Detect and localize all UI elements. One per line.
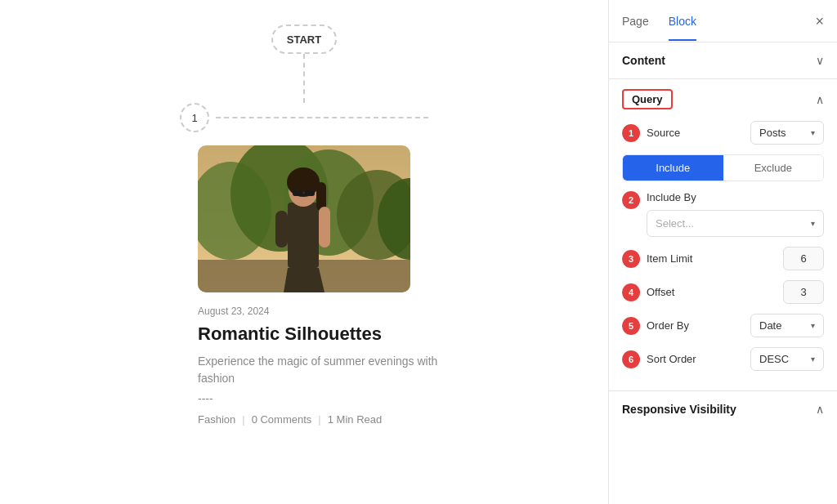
close-button[interactable]: × xyxy=(815,13,824,42)
svg-rect-7 xyxy=(288,203,319,268)
responsive-title: Responsive Visibility xyxy=(622,403,736,416)
offset-value[interactable]: 3 xyxy=(783,280,824,304)
order-by-select[interactable]: Date ▾ xyxy=(750,314,824,337)
left-panel: START 1 xyxy=(0,0,608,504)
content-title: Content xyxy=(622,54,665,67)
blog-card: August 23, 2024 Romantic Silhouettes Exp… xyxy=(198,145,459,426)
panel-body: Content ∨ Query ∧ 1 Source Posts ▾ xyxy=(609,42,837,504)
content-chevron: ∨ xyxy=(816,54,824,67)
tab-page[interactable]: Page xyxy=(622,15,649,41)
order-by-label: Order By xyxy=(647,319,744,332)
include-by-section: 2 Include By Select... ▾ xyxy=(622,191,824,237)
offset-label: Offset xyxy=(647,286,777,298)
card-title: Romantic Silhouettes xyxy=(198,323,459,345)
card-divider: ---- xyxy=(198,392,459,405)
sort-order-row: 6 Sort Order DESC ▾ xyxy=(622,347,824,371)
offset-row: 4 Offset 3 xyxy=(622,280,824,304)
horizontal-connector xyxy=(216,117,428,118)
sort-order-select[interactable]: DESC ▾ xyxy=(750,347,824,371)
query-chevron: ∧ xyxy=(816,93,824,106)
card-image xyxy=(198,145,410,292)
step-badge-6: 6 xyxy=(622,350,640,368)
include-by-row: 2 Include By Select... ▾ xyxy=(622,191,824,237)
panel-header: Page Block × xyxy=(609,0,837,42)
include-by-select[interactable]: Select... ▾ xyxy=(647,210,824,237)
svg-marker-16 xyxy=(284,268,325,292)
step-badge-4: 4 xyxy=(622,283,640,301)
include-by-caret: ▾ xyxy=(811,219,815,228)
step-1-node: 1 xyxy=(180,103,209,132)
card-separator-1: | xyxy=(242,413,244,426)
sort-order-caret: ▾ xyxy=(811,355,815,364)
flow-container: START 1 xyxy=(0,0,608,426)
card-excerpt: Experience the magic of summer evenings … xyxy=(198,353,459,387)
source-label: Source xyxy=(647,127,744,139)
source-caret: ▾ xyxy=(811,128,815,137)
order-by-row: 5 Order By Date ▾ xyxy=(622,314,824,337)
svg-rect-14 xyxy=(275,211,288,248)
sort-order-label: Sort Order xyxy=(647,353,744,365)
svg-rect-15 xyxy=(319,207,330,248)
right-panel: Page Block × Content ∨ Query ∧ 1 Sour xyxy=(608,0,837,504)
item-limit-value[interactable]: 6 xyxy=(783,247,824,270)
vertical-connector-1 xyxy=(303,54,305,103)
svg-rect-11 xyxy=(293,190,302,196)
step-badge-2: 2 xyxy=(622,191,640,209)
tab-block[interactable]: Block xyxy=(669,15,696,41)
card-separator-2: | xyxy=(318,413,320,426)
step-badge-3: 3 xyxy=(622,250,640,268)
source-select[interactable]: Posts ▾ xyxy=(750,121,824,145)
step-1-row: 1 xyxy=(0,103,608,132)
include-button[interactable]: Include xyxy=(623,155,723,181)
query-badge: Query xyxy=(622,89,673,109)
card-comments: 0 Comments xyxy=(252,413,312,426)
svg-rect-12 xyxy=(305,190,315,196)
card-category: Fashion xyxy=(198,413,235,426)
responsive-chevron: ∧ xyxy=(816,403,824,416)
step-badge-1: 1 xyxy=(622,124,640,142)
start-node: START xyxy=(271,25,337,54)
order-by-caret: ▾ xyxy=(811,321,815,330)
card-read-time: 1 Min Read xyxy=(328,413,382,426)
card-meta: Fashion | 0 Comments | 1 Min Read xyxy=(198,413,459,426)
svg-rect-10 xyxy=(316,182,326,211)
start-label: START xyxy=(287,33,321,46)
item-limit-row: 3 Item Limit 6 xyxy=(622,247,824,270)
include-by-label: Include By xyxy=(647,191,824,203)
query-label-row: Query ∧ xyxy=(622,89,824,109)
item-limit-label: Item Limit xyxy=(647,252,777,265)
step-badge-5: 5 xyxy=(622,317,640,335)
content-section-header[interactable]: Content ∨ xyxy=(609,42,837,79)
include-exclude-toggle: Include Exclude xyxy=(622,154,824,181)
query-section: Query ∧ 1 Source Posts ▾ Include xyxy=(609,79,837,390)
responsive-section-header[interactable]: Responsive Visibility ∧ xyxy=(609,390,837,427)
card-date: August 23, 2024 xyxy=(198,306,459,317)
source-field-row: 1 Source Posts ▾ xyxy=(622,121,824,145)
step-1-label: 1 xyxy=(191,112,197,124)
exclude-button[interactable]: Exclude xyxy=(723,155,824,181)
